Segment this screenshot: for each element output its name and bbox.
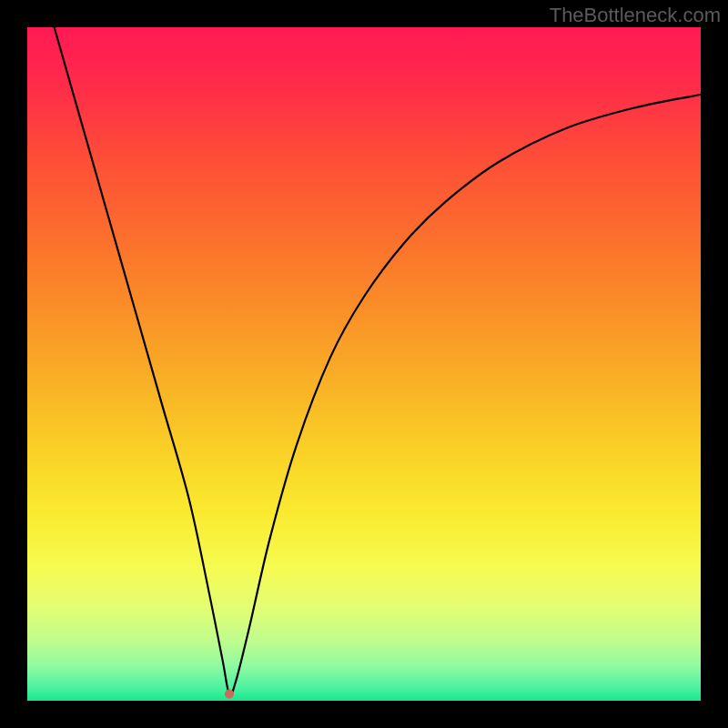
- minimum-marker: [225, 690, 234, 699]
- watermark-label: TheBottleneck.com: [550, 4, 721, 27]
- curve-layer: [27, 27, 701, 701]
- bottleneck-curve: [55, 27, 701, 695]
- plot-area: [27, 27, 701, 701]
- chart-container: TheBottleneck.com: [0, 0, 728, 728]
